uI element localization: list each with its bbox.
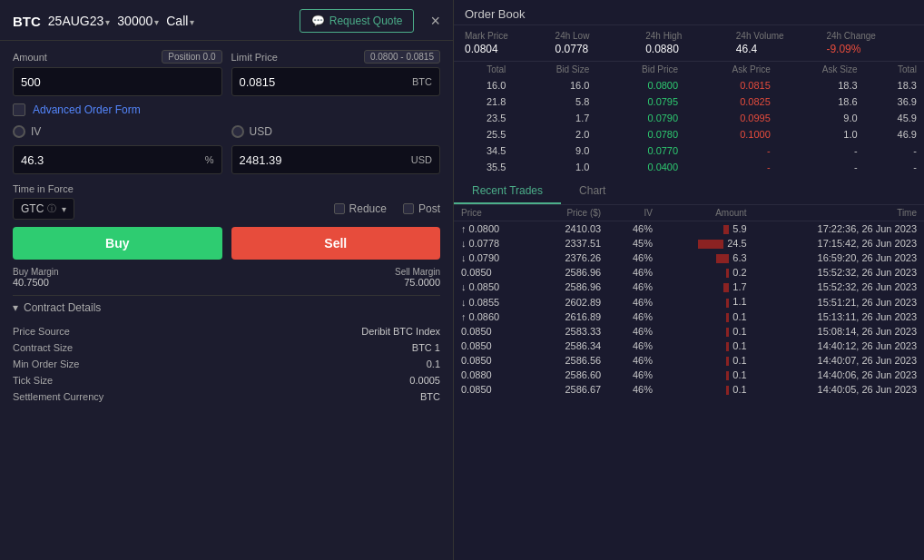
- order-book-table: Total Bid Size Bid Price Ask Price Ask S…: [454, 62, 924, 175]
- trade-price: 0.0850: [454, 353, 533, 368]
- trade-time: 14:40:05, 26 Jun 2023: [754, 382, 924, 397]
- buy-margin-col: Buy Margin 40.7500: [13, 267, 59, 288]
- iv-input-group: %: [13, 145, 222, 174]
- ob-total-bid: 23.5: [454, 110, 513, 126]
- col-trade-amount: Amount: [660, 205, 754, 221]
- trade-amount: 0.1: [660, 339, 754, 353]
- trade-price: ↓ 0.0790: [454, 251, 533, 265]
- trade-price-usd: 2586.60: [533, 368, 608, 382]
- left-panel: BTC 25AUG23▾ 30000▾ Call▾ 💬 Request Quot…: [0, 0, 454, 560]
- contract-size-key: Contract Size: [13, 342, 73, 353]
- trade-price: ↓ 0.0850: [454, 280, 533, 294]
- trade-iv: 46%: [608, 280, 660, 294]
- col-trade-iv: IV: [608, 205, 660, 221]
- trade-iv: 46%: [608, 265, 660, 280]
- info-icon: ⓘ: [47, 202, 56, 215]
- recent-trades-section: Price Price ($) IV Amount Time ↑ 0.0800 …: [454, 205, 924, 560]
- contract-details-toggle[interactable]: ▾ Contract Details: [13, 301, 440, 318]
- trade-price-usd: 2337.51: [533, 236, 608, 251]
- tab-chart[interactable]: Chart: [561, 179, 624, 204]
- price-source-val: Deribit BTC Index: [361, 326, 440, 337]
- settlement-key: Settlement Currency: [13, 391, 103, 402]
- post-checkbox-label[interactable]: Post: [403, 202, 440, 215]
- trade-time: 14:40:07, 26 Jun 2023: [754, 353, 924, 368]
- trade-iv: 46%: [608, 382, 660, 397]
- advanced-order-link[interactable]: Advanced Order Form: [33, 103, 141, 116]
- close-button[interactable]: ×: [430, 12, 440, 31]
- tabs-row: Recent Trades Chart: [454, 179, 924, 205]
- limit-price-input[interactable]: [240, 75, 409, 89]
- ob-ask-size: -: [778, 142, 865, 159]
- trade-price-usd: 2376.26: [533, 251, 608, 265]
- usd-input[interactable]: [240, 153, 408, 167]
- high-label: 24h High: [645, 31, 732, 41]
- usd-suffix: USD: [411, 154, 432, 165]
- trade-amount: 1.1: [660, 294, 754, 309]
- tick-size-key: Tick Size: [13, 375, 53, 386]
- buy-button[interactable]: Buy: [13, 227, 222, 260]
- trade-row: 0.0850 2586.96 46% 0.2 15:52:32, 26 Jun …: [454, 265, 924, 280]
- tab-recent-trades[interactable]: Recent Trades: [454, 179, 561, 204]
- reduce-checkbox[interactable]: [334, 203, 345, 214]
- stats-row: Mark Price 0.0804 24h Low 0.0778 24h Hig…: [454, 25, 924, 62]
- trade-time: 15:52:32, 26 Jun 2023: [754, 280, 924, 294]
- col-total-bid: Total: [454, 62, 513, 77]
- iv-input-wrapper[interactable]: %: [13, 145, 222, 174]
- type-selector[interactable]: Call▾: [166, 14, 194, 28]
- ob-ask-price: 0.0815: [685, 77, 778, 93]
- 24h-change-stat: 24h Change -9.09%: [826, 31, 913, 55]
- trade-price: 0.0850: [454, 324, 533, 339]
- sell-button[interactable]: Sell: [231, 227, 441, 260]
- limit-price-input-wrapper[interactable]: BTC: [231, 67, 441, 96]
- col-bid-size: Bid Size: [513, 62, 596, 77]
- trade-amount: 0.1: [660, 368, 754, 382]
- iv-input[interactable]: [21, 153, 202, 167]
- iv-usd-radio-row: IV USD: [13, 125, 440, 138]
- trade-price: ↑ 0.0860: [454, 309, 533, 324]
- ob-ask-size: 18.3: [778, 77, 865, 93]
- usd-input-wrapper[interactable]: USD: [231, 145, 441, 174]
- post-checkbox[interactable]: [403, 203, 414, 214]
- col-ask-size: Ask Size: [778, 62, 865, 77]
- trade-time: 17:22:36, 26 Jun 2023: [754, 221, 924, 237]
- settlement-val: BTC: [420, 391, 440, 402]
- gtc-select[interactable]: GTC ⓘ ▾: [13, 198, 74, 220]
- trade-row: 0.0850 2586.67 46% 0.1 14:40:05, 26 Jun …: [454, 382, 924, 397]
- low-label: 24h Low: [555, 31, 643, 41]
- trades-table: Price Price ($) IV Amount Time ↑ 0.0800 …: [454, 205, 924, 397]
- col-bid-price: Bid Price: [596, 62, 685, 77]
- trade-row: ↓ 0.0778 2337.51 45% 24.5 17:15:42, 26 J…: [454, 236, 924, 251]
- trade-iv: 46%: [608, 324, 660, 339]
- volume-label: 24h Volume: [736, 31, 823, 41]
- buy-sell-row: Buy Sell: [13, 227, 440, 260]
- ob-total-bid: 25.5: [454, 126, 513, 142]
- expiry-selector[interactable]: 25AUG23▾: [48, 14, 110, 28]
- trade-iv: 46%: [608, 294, 660, 309]
- iv-radio[interactable]: [13, 125, 25, 138]
- ob-ask-size: 18.6: [778, 93, 865, 110]
- tif-label: Time in Force: [13, 183, 440, 194]
- request-quote-button[interactable]: 💬 Request Quote: [300, 9, 415, 33]
- col-trade-price: Price: [454, 205, 533, 221]
- ob-ask-size: 9.0: [778, 110, 865, 126]
- ob-bid-price: 0.0770: [596, 142, 685, 159]
- trade-price-usd: 2586.56: [533, 353, 608, 368]
- tick-size-val: 0.0005: [409, 375, 440, 386]
- order-book-header-row: Total Bid Size Bid Price Ask Price Ask S…: [454, 62, 924, 77]
- order-form: Amount Position 0.0 Limit Price 0.0800 -…: [0, 41, 453, 560]
- trade-time: 16:59:20, 26 Jun 2023: [754, 251, 924, 265]
- contract-details-section: ▾ Contract Details Price Source Deribit …: [13, 295, 440, 405]
- advanced-order-checkbox[interactable]: [13, 103, 25, 116]
- amount-input-wrapper[interactable]: [13, 67, 222, 96]
- strike-selector[interactable]: 30000▾: [117, 14, 159, 28]
- ob-total-bid: 16.0: [454, 77, 513, 93]
- limit-price-suffix: BTC: [412, 76, 432, 87]
- header-left: BTC 25AUG23▾ 30000▾ Call▾: [13, 14, 194, 29]
- margin-row: Buy Margin 40.7500 Sell Margin 75.0000: [13, 267, 440, 288]
- ob-bid-size: 2.0: [513, 126, 596, 142]
- reduce-checkbox-label[interactable]: Reduce: [334, 202, 387, 215]
- usd-radio[interactable]: [231, 125, 244, 138]
- amount-input[interactable]: [21, 75, 214, 89]
- ob-ask-price: -: [685, 159, 778, 175]
- ob-bid-price: 0.0790: [596, 110, 685, 126]
